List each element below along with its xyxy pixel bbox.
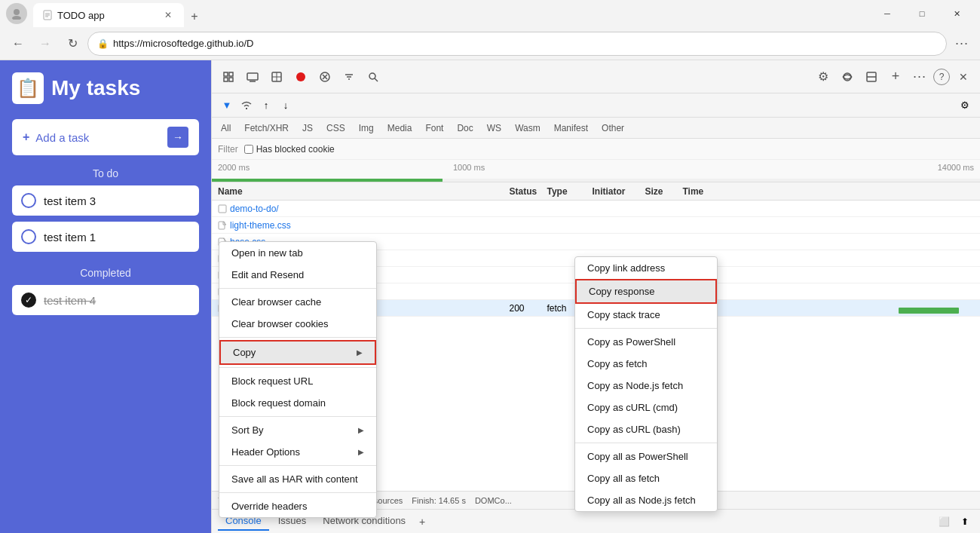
copy-submenu-fetch[interactable]: Copy as fetch <box>575 353 717 375</box>
menu-label-block-url: Block request URL <box>231 375 313 387</box>
menu-label-copy: Copy <box>233 347 256 358</box>
copy-submenu-link-address[interactable]: Copy link address <box>575 257 717 279</box>
menu-separator-2 <box>219 337 376 338</box>
menu-label-open-new-tab: Open in new tab <box>231 247 303 259</box>
copy-submenu-curl-bash[interactable]: Copy as cURL (bash) <box>575 418 717 440</box>
context-menu-overlay: Open in new tab Edit and Resend Clear br… <box>0 60 980 533</box>
menu-label-edit-resend: Edit and Resend <box>231 269 304 280</box>
new-tab-button[interactable]: + <box>184 6 205 27</box>
refresh-button[interactable]: ↻ <box>60 32 84 56</box>
copy-label-fetch: Copy as fetch <box>587 358 648 369</box>
copy-label-response: Copy response <box>589 286 654 297</box>
menu-item-save-har[interactable]: Save all as HAR with content <box>219 468 376 490</box>
browser-more-button[interactable]: ··· <box>950 32 974 56</box>
tab-favicon <box>42 10 53 20</box>
menu-label-sort-by: Sort By <box>231 424 264 436</box>
tab-title: TODO app <box>57 10 157 21</box>
copy-submenu-nodejs-fetch[interactable]: Copy as Node.js fetch <box>575 375 717 397</box>
back-icon: ← <box>12 37 24 51</box>
menu-separator-4 <box>219 416 376 417</box>
lock-icon: 🔒 <box>97 38 109 49</box>
menu-item-copy[interactable]: Copy ▶ <box>219 340 376 365</box>
tab-bar: TODO app ✕ + <box>33 0 864 27</box>
menu-item-override-headers[interactable]: Override headers <box>219 495 376 517</box>
menu-separator-3 <box>219 367 376 368</box>
menu-label-header-options: Header Options <box>231 446 300 458</box>
menu-separator-6 <box>219 492 376 493</box>
menu-item-block-domain[interactable]: Block request domain <box>219 392 376 414</box>
copy-submenu-response[interactable]: Copy response <box>575 279 717 304</box>
copy-label-all-powershell: Copy all as PowerShell <box>587 451 688 462</box>
close-button[interactable]: ✕ <box>939 2 974 26</box>
copy-label-all-fetch: Copy all as fetch <box>587 473 660 484</box>
sort-by-arrow: ▶ <box>358 426 364 434</box>
navigation-bar: ← → ↻ 🔒 https://microsoftedge.github.io/… <box>0 27 980 60</box>
copy-submenu-powershell[interactable]: Copy as PowerShell <box>575 331 717 353</box>
copy-submenu: Copy link address Copy response Copy sta… <box>574 256 718 512</box>
copy-submenu-all-fetch[interactable]: Copy all as fetch <box>575 467 717 489</box>
copy-label-stack-trace: Copy stack trace <box>587 309 660 320</box>
header-options-arrow: ▶ <box>358 448 364 456</box>
url-text: https://microsoftedge.github.io/D <box>113 38 937 49</box>
menu-item-clear-cache[interactable]: Clear browser cache <box>219 291 376 313</box>
copy-submenu-curl-cmd[interactable]: Copy as cURL (cmd) <box>575 397 717 418</box>
address-bar[interactable]: 🔒 https://microsoftedge.github.io/D <box>87 32 947 56</box>
copy-label-nodejs-fetch: Copy as Node.js fetch <box>587 380 683 391</box>
menu-label-save-har: Save all as HAR with content <box>231 473 358 485</box>
menu-label-clear-cookies: Clear browser cookies <box>231 318 329 329</box>
menu-label-override-headers: Override headers <box>231 501 307 512</box>
active-tab[interactable]: TODO app ✕ <box>33 3 184 27</box>
menu-item-open-new-tab[interactable]: Open in new tab <box>219 242 376 264</box>
tab-close-button[interactable]: ✕ <box>161 8 175 22</box>
copy-label-curl-cmd: Copy as cURL (cmd) <box>587 402 678 413</box>
forward-button[interactable]: → <box>33 32 57 56</box>
window-controls: ─ □ ✕ <box>870 2 974 26</box>
copy-label-powershell: Copy as PowerShell <box>587 336 675 348</box>
title-bar: TODO app ✕ + ─ □ ✕ <box>0 0 980 27</box>
copy-submenu-arrow: ▶ <box>357 348 363 357</box>
copy-label-all-nodejs-fetch: Copy all as Node.js fetch <box>587 495 696 506</box>
menu-item-sort-by[interactable]: Sort By ▶ <box>219 419 376 441</box>
copy-submenu-all-powershell[interactable]: Copy all as PowerShell <box>575 446 717 467</box>
svg-point-0 <box>14 9 20 15</box>
more-icon: ··· <box>955 35 969 51</box>
menu-label-clear-cache: Clear browser cache <box>231 296 321 308</box>
copy-label-curl-bash: Copy as cURL (bash) <box>587 424 681 435</box>
restore-button[interactable]: □ <box>905 2 939 26</box>
forward-icon: → <box>39 37 51 51</box>
copy-label-link-address: Copy link address <box>587 262 665 274</box>
menu-separator-5 <box>219 465 376 466</box>
refresh-icon: ↻ <box>68 36 78 51</box>
menu-item-block-url[interactable]: Block request URL <box>219 370 376 392</box>
copy-submenu-separator-1 <box>575 328 717 329</box>
minimize-button[interactable]: ─ <box>870 2 905 26</box>
copy-submenu-all-nodejs-fetch[interactable]: Copy all as Node.js fetch <box>575 489 717 511</box>
content-area: 📋 My tasks + Add a task → To do test ite… <box>0 60 980 533</box>
profile-avatar[interactable] <box>6 3 27 24</box>
menu-label-block-domain: Block request domain <box>231 397 326 409</box>
menu-item-edit-resend[interactable]: Edit and Resend <box>219 264 376 286</box>
menu-separator-1 <box>219 288 376 289</box>
copy-submenu-separator-2 <box>575 443 717 443</box>
back-button[interactable]: ← <box>6 32 30 56</box>
context-menu: Open in new tab Edit and Resend Clear br… <box>219 241 377 518</box>
menu-item-clear-cookies[interactable]: Clear browser cookies <box>219 313 376 335</box>
menu-item-header-options[interactable]: Header Options ▶ <box>219 441 376 463</box>
browser-window: TODO app ✕ + ─ □ ✕ ← → ↻ 🔒 https://micro… <box>0 0 980 533</box>
copy-submenu-stack-trace[interactable]: Copy stack trace <box>575 304 717 326</box>
svg-point-1 <box>12 16 21 20</box>
